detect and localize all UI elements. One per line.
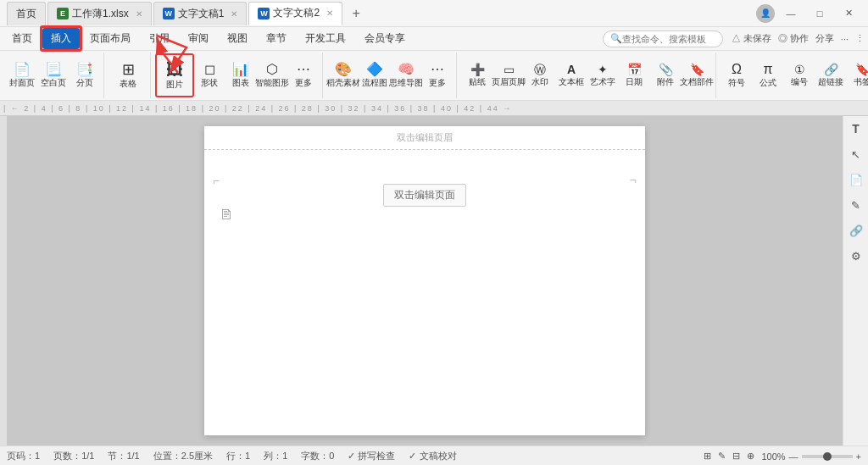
side-tool-link[interactable]: 🔗 (847, 221, 865, 240)
ribbon-right-buttons: △ 未保存 ◎ 协作 分享 ··· ⋮ (732, 32, 865, 45)
shape-button[interactable]: ◻ 形状 (194, 54, 225, 97)
tab-doc1[interactable]: W 文字文稿1 ✕ (153, 2, 248, 25)
ribbon-tab-devtools[interactable]: 开发工具 (297, 28, 354, 49)
ribbon-tab-review[interactable]: 审阅 (180, 28, 217, 49)
flowchart-label: 流程图 (362, 78, 387, 88)
table-button[interactable]: ⊞ 表格 (109, 54, 147, 97)
ribbon-tab-layout[interactable]: 页面布局 (81, 28, 139, 49)
side-tool-edit[interactable]: ✎ (847, 196, 865, 214)
tab-doc2[interactable]: W 文字文稿2 ✕ (248, 2, 342, 25)
bookmark-button[interactable]: 🔖 书签 (847, 54, 868, 97)
page-count: 页数：1/1 (53, 450, 94, 462)
watermark-button[interactable]: Ⓦ 水印 (525, 54, 555, 97)
user-avatar[interactable]: 👤 (756, 4, 775, 23)
zoom-out-button[interactable]: — (789, 451, 798, 462)
add-tab-button[interactable]: + (344, 2, 368, 25)
close-button[interactable]: ✕ (836, 3, 861, 24)
more-images-icon: ⋯ (297, 63, 310, 76)
minimize-button[interactable]: — (778, 3, 804, 24)
wordart-label: 艺术字 (590, 77, 615, 87)
symbol-label: 符号 (728, 78, 745, 88)
collab-button[interactable]: ◎ 协作 (778, 32, 809, 45)
smartart-button[interactable]: ⬡ 智能图形 (257, 54, 287, 97)
tab-doc2-label: 文字文稿2 (273, 6, 320, 20)
save-status-button[interactable]: △ 未保存 (732, 32, 771, 45)
section-info: 节：1/1 (108, 450, 139, 462)
ruler: | ← 2 | 4 | 6 | 8 | 10 | 12 | 14 | 16 | … (0, 101, 868, 116)
attachment-button[interactable]: 📎 附件 (650, 54, 681, 97)
chart-button[interactable]: 📊 图表 (225, 54, 256, 97)
media-group: 🎨 稻壳素材 🔷 流程图 🧠 思维导图 ⋯ 更多 (325, 53, 457, 98)
ruler-content: | ← 2 | 4 | 6 | 8 | 10 | 12 | 14 | 16 | … (3, 104, 512, 113)
date-icon: 📅 (627, 64, 642, 75)
ribbon-tab-chapter[interactable]: 章节 (258, 28, 295, 49)
textbox-button[interactable]: A 文本框 (556, 54, 587, 97)
bookmark-label: 书签 (854, 77, 868, 87)
numbering-button[interactable]: ① 编号 (784, 54, 815, 97)
side-tool-settings[interactable]: ⚙ (847, 246, 865, 265)
formula-button[interactable]: π 公式 (753, 54, 783, 97)
toolbar-wrapper: 📄 封面页 📃 空白页 📑 分页 ⊞ (0, 51, 868, 100)
picture-button[interactable]: 🖼 图片 (156, 54, 193, 97)
sticker-button[interactable]: ➕ 贴纸 (462, 54, 492, 97)
picture-label: 图片 (166, 80, 183, 90)
flowchart-button[interactable]: 🔷 流程图 (359, 54, 390, 97)
wordart-icon: ✦ (598, 64, 608, 75)
wordart-button[interactable]: ✦ 艺术字 (587, 54, 618, 97)
symbol-icon: Ω (732, 63, 742, 76)
ribbon-tab-vip[interactable]: 会员专享 (356, 28, 414, 49)
sticker-icon: ➕ (470, 64, 485, 75)
ribbon-tab-home[interactable]: 首页 (3, 28, 41, 49)
search-input[interactable] (622, 34, 715, 44)
pages-group: 📄 封面页 📃 空白页 📑 分页 (3, 53, 104, 98)
attachment-label: 附件 (657, 77, 674, 87)
tab-doc1-label: 文字文稿1 (178, 7, 225, 21)
hyperlink-label: 超链接 (818, 77, 843, 87)
edit-mode-button[interactable]: ✎ (718, 451, 726, 462)
numbering-icon: ① (794, 64, 805, 75)
blank-page-button[interactable]: 📃 空白页 (38, 54, 69, 97)
tab-doc2-close[interactable]: ✕ (326, 8, 333, 18)
grid-button[interactable]: ⊟ (732, 451, 740, 462)
side-tool-page[interactable]: 📄 (847, 170, 865, 189)
ribbon-tab-view[interactable]: 视图 (219, 28, 256, 49)
double-click-hint: 双击编辑页面 (383, 184, 466, 207)
ribbon-tab-insert[interactable]: 插入 (42, 28, 80, 49)
layout-view-button[interactable]: ⊞ (704, 451, 711, 462)
header-footer-button[interactable]: ▭ 页眉页脚 (493, 54, 524, 97)
spell-check[interactable]: ✓ 拼写检查 (348, 450, 395, 462)
earth-button[interactable]: ⊕ (747, 451, 754, 462)
docpart-button[interactable]: 🔖 文档部件 (682, 54, 712, 97)
more-media-button[interactable]: ⋯ 更多 (422, 54, 453, 97)
share-button[interactable]: 分享 (815, 32, 834, 45)
menu-button[interactable]: ⋮ (855, 33, 865, 44)
side-tool-text[interactable]: T (847, 119, 865, 138)
textbox-label: 文本框 (559, 77, 584, 87)
tab-doc1-close[interactable]: ✕ (231, 9, 237, 19)
material-button[interactable]: 🎨 稻壳素材 (328, 54, 359, 97)
ribbon-tab-ref[interactable]: 引用 (141, 28, 178, 49)
symbol-button[interactable]: Ω 符号 (721, 54, 752, 97)
page-header[interactable]: 双击编辑页眉 (204, 126, 645, 150)
page-break-button[interactable]: 📑 分页 (70, 54, 100, 97)
more-button[interactable]: ··· (841, 34, 849, 44)
zoom-slider-thumb[interactable] (823, 452, 832, 461)
hyperlink-button[interactable]: 🔗 超链接 (815, 54, 846, 97)
side-tool-cursor[interactable]: ↖ (847, 145, 865, 163)
status-bar: 页码：1 页数：1/1 节：1/1 位置：2.5厘米 行：1 列：1 字数：0 … (0, 446, 868, 465)
material-label: 稻壳素材 (326, 78, 360, 88)
date-button[interactable]: 📅 日期 (619, 54, 649, 97)
tab-home[interactable]: 首页 (7, 2, 46, 25)
maximize-button[interactable]: □ (807, 3, 832, 24)
tab-excel-close[interactable]: ✕ (136, 9, 142, 19)
doc-review[interactable]: ✓ 文稿校对 (409, 450, 456, 462)
page-content[interactable]: ⌐ ¬ 双击编辑页面 🖹 (204, 150, 645, 387)
zoom-slider[interactable] (802, 455, 853, 458)
more-images-button[interactable]: ⋯ 更多 (288, 54, 319, 97)
zoom-in-button[interactable]: + (856, 451, 861, 462)
mindmap-button[interactable]: 🧠 思维导图 (391, 54, 421, 97)
search-box[interactable]: 🔍 (603, 30, 723, 47)
tab-excel[interactable]: E 工作薄1.xlsx ✕ (47, 2, 152, 25)
chart-icon: 📊 (232, 63, 249, 76)
cover-page-button[interactable]: 📄 封面页 (7, 54, 37, 97)
